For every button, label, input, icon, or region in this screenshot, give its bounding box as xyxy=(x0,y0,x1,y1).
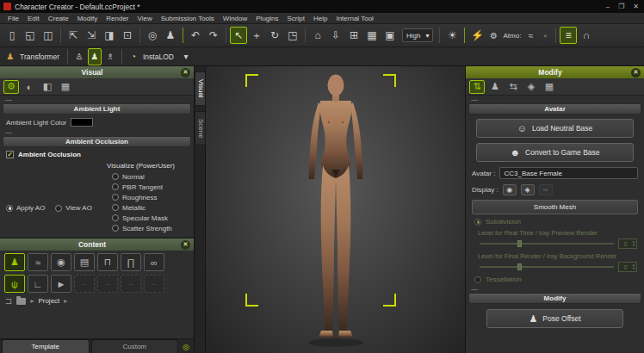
visual-settings-gear-icon[interactable]: ⚙ xyxy=(3,80,19,94)
breadcrumb-project[interactable]: Project xyxy=(38,297,59,305)
new-project-icon[interactable]: ▯ xyxy=(3,27,21,44)
visualize-scatter-strength-radio[interactable] xyxy=(112,225,119,232)
avatar-section-header[interactable]: Avatar xyxy=(468,103,641,115)
multi-view-icon[interactable]: ▦ xyxy=(363,27,381,44)
instalod-label[interactable]: InstaLOD xyxy=(142,53,177,61)
category-shoes-icon[interactable]: ∟ xyxy=(28,275,48,293)
character-tool-icon[interactable]: ♟ xyxy=(162,27,179,44)
save-project-icon[interactable]: ◫ xyxy=(40,27,57,44)
content-close-icon[interactable]: ✕ xyxy=(181,240,190,250)
category-hair-icon[interactable]: ≈ xyxy=(28,253,48,271)
scale-tool-icon[interactable]: ◳ xyxy=(284,27,301,44)
instalod-icon[interactable]: ◔ xyxy=(127,48,140,65)
menu-script[interactable]: Script xyxy=(283,15,309,22)
undo-icon[interactable]: ↶ xyxy=(187,27,204,44)
category-material-icon[interactable]: ◉ xyxy=(51,253,71,271)
side-tab-scene[interactable]: Scene xyxy=(195,111,206,146)
ambient-occlusion-checkbox[interactable]: ✓ xyxy=(6,151,14,158)
zoom-fit-icon[interactable]: ⊞ xyxy=(345,27,362,44)
avatar-name-input[interactable] xyxy=(499,167,638,179)
smooth-mesh-button[interactable]: Smooth Mesh xyxy=(472,200,638,214)
snap-magnet-icon[interactable]: ∩ xyxy=(578,27,595,44)
menu-modify[interactable]: Modify xyxy=(73,15,102,22)
minimize-button[interactable]: – xyxy=(606,3,610,10)
pose-offset-button[interactable]: ♟ Pose Offset xyxy=(486,309,623,328)
modify-close-icon[interactable]: ✕ xyxy=(631,68,641,77)
ambient-light-color-swatch[interactable] xyxy=(71,118,93,127)
category-shirt-icon[interactable]: ψ xyxy=(4,275,25,293)
category-accessory-icon[interactable]: ∞ xyxy=(144,253,164,271)
menu-internal-tool[interactable]: Internal Tool xyxy=(331,15,377,22)
content-sync-icon[interactable]: ◎ xyxy=(180,343,192,353)
category-actor-icon[interactable]: ♟ xyxy=(4,253,25,271)
open-project-icon[interactable]: ◱ xyxy=(22,27,39,44)
atmosphere-gear-icon[interactable]: ⚙ xyxy=(486,27,500,44)
visualize-metallic-radio[interactable] xyxy=(112,204,119,211)
viewport-3d[interactable] xyxy=(206,66,465,353)
apply-ao-radio[interactable] xyxy=(6,205,13,212)
ground-snap-icon[interactable]: ⇩ xyxy=(327,27,344,44)
load-neutral-base-button[interactable]: ☺ Load Neutral Base xyxy=(476,119,634,138)
transformer-label[interactable]: Transformer xyxy=(19,53,63,61)
display-mask-icon[interactable]: ◈ xyxy=(521,184,535,195)
export-image-icon[interactable]: ◨ xyxy=(101,27,118,44)
visualize-roughness-radio[interactable] xyxy=(112,194,119,201)
menu-render[interactable]: Render xyxy=(102,15,133,22)
avatar-collapse-icon[interactable]: — xyxy=(466,96,644,103)
render-quality-dropdown[interactable]: High ▾ xyxy=(402,28,433,42)
menu-window[interactable]: Window xyxy=(219,15,251,22)
menu-edit[interactable]: Edit xyxy=(23,15,44,22)
display-eye-icon[interactable]: ◉ xyxy=(503,184,517,195)
maximize-button[interactable]: ❐ xyxy=(618,3,624,10)
rotate-tool-icon[interactable]: ↻ xyxy=(266,27,283,44)
menu-submission-tools[interactable]: Submission Tools xyxy=(157,15,219,22)
list-view-icon[interactable]: ⊐ xyxy=(5,296,12,306)
pose-a-icon[interactable]: ♙ xyxy=(72,48,86,65)
background-bucket-icon[interactable]: ◧ xyxy=(40,80,55,94)
batch-export-icon[interactable]: ⊡ xyxy=(119,27,136,44)
modify-section-header[interactable]: Modify xyxy=(468,293,641,304)
character-model[interactable] xyxy=(280,72,392,350)
shadow-sphere-icon[interactable]: ◐ xyxy=(22,80,37,94)
side-tab-visual[interactable]: Visual xyxy=(195,71,206,106)
view-ao-radio[interactable] xyxy=(55,205,62,212)
ambient-occlusion-collapse-icon[interactable]: — xyxy=(0,128,194,136)
menu-file[interactable]: File xyxy=(3,15,23,22)
instalod-caret-icon[interactable]: ▾ xyxy=(179,48,193,65)
camera-icon[interactable]: ▣ xyxy=(381,27,399,44)
convert-to-game-base-button[interactable]: ☻ Convert to Game Base xyxy=(476,143,634,162)
tab-template[interactable]: Template xyxy=(2,339,90,353)
visualize-pbr-tangent-radio[interactable] xyxy=(112,183,119,190)
content-search-icon[interactable]: ◎ xyxy=(144,27,161,44)
preferences-sliders-icon[interactable]: ≡ xyxy=(560,27,577,44)
visual-close-icon[interactable]: ✕ xyxy=(181,68,190,77)
transformer-icon[interactable]: ♟ xyxy=(3,48,17,65)
visualize-normal-radio[interactable] xyxy=(112,173,119,180)
category-cloth-icon[interactable]: ▤ xyxy=(74,253,95,271)
category-pants-icon[interactable]: ∏ xyxy=(121,253,141,271)
ambient-light-header[interactable]: Ambient Light xyxy=(3,103,191,115)
tab-custom[interactable]: Custom xyxy=(91,339,179,353)
lighting-icon[interactable]: ☀ xyxy=(443,27,461,44)
modify-texture-icon[interactable]: ▦ xyxy=(542,80,557,94)
pose-b-icon[interactable]: ♟ xyxy=(88,48,102,65)
select-tool-icon[interactable]: ↖ xyxy=(230,27,247,44)
effects-flash-icon[interactable]: ⚡ xyxy=(468,27,486,44)
category-prop-icon[interactable]: ⊓ xyxy=(97,253,118,271)
close-button[interactable]: ✕ xyxy=(633,3,639,10)
modify-adjust-icon[interactable]: ⇅ xyxy=(469,80,485,94)
atmo-toggle-icon[interactable]: ▫ xyxy=(538,27,552,44)
redo-icon[interactable]: ↷ xyxy=(205,27,222,44)
modify-morph-icon[interactable]: ⇆ xyxy=(505,80,521,94)
modify-collapse-icon[interactable]: — xyxy=(466,285,644,293)
ambient-light-collapse-icon[interactable]: — xyxy=(0,96,194,103)
grid-display-icon[interactable]: ▦ xyxy=(58,80,73,94)
menu-create[interactable]: Create xyxy=(44,15,73,22)
export-icon[interactable]: ⇲ xyxy=(83,27,100,44)
home-view-icon[interactable]: ⌂ xyxy=(309,27,326,44)
menu-plugins[interactable]: Plugins xyxy=(251,15,282,22)
category-scene-icon[interactable]: ► xyxy=(51,275,71,293)
import-icon[interactable]: ⇱ xyxy=(65,27,82,44)
atmo-wave-icon[interactable]: ≈ xyxy=(523,27,537,44)
pose-c-icon[interactable]: ♗ xyxy=(103,48,117,65)
